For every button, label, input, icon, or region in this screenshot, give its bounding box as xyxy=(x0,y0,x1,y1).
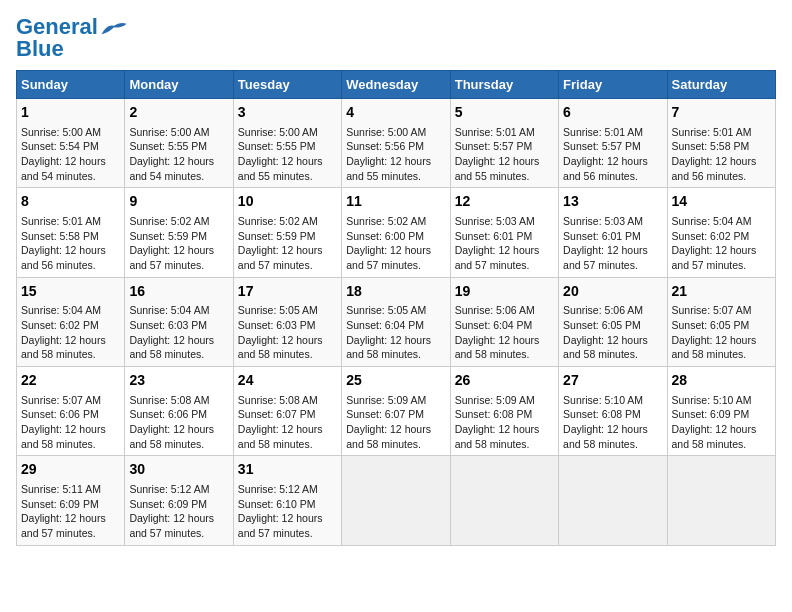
calendar-cell: 25Sunrise: 5:09 AM Sunset: 6:07 PM Dayli… xyxy=(342,367,450,456)
day-number: 2 xyxy=(129,103,228,123)
calendar-cell: 24Sunrise: 5:08 AM Sunset: 6:07 PM Dayli… xyxy=(233,367,341,456)
day-info: Sunrise: 5:00 AM Sunset: 5:54 PM Dayligh… xyxy=(21,125,120,184)
day-number: 10 xyxy=(238,192,337,212)
day-number: 16 xyxy=(129,282,228,302)
day-number: 5 xyxy=(455,103,554,123)
day-number: 20 xyxy=(563,282,662,302)
calendar-cell: 9Sunrise: 5:02 AM Sunset: 5:59 PM Daylig… xyxy=(125,188,233,277)
column-header-friday: Friday xyxy=(559,71,667,99)
calendar-cell: 27Sunrise: 5:10 AM Sunset: 6:08 PM Dayli… xyxy=(559,367,667,456)
day-info: Sunrise: 5:01 AM Sunset: 5:58 PM Dayligh… xyxy=(672,125,771,184)
column-header-tuesday: Tuesday xyxy=(233,71,341,99)
calendar-week-row: 8Sunrise: 5:01 AM Sunset: 5:58 PM Daylig… xyxy=(17,188,776,277)
calendar-cell: 5Sunrise: 5:01 AM Sunset: 5:57 PM Daylig… xyxy=(450,99,558,188)
day-number: 27 xyxy=(563,371,662,391)
day-number: 19 xyxy=(455,282,554,302)
calendar-cell: 10Sunrise: 5:02 AM Sunset: 5:59 PM Dayli… xyxy=(233,188,341,277)
day-info: Sunrise: 5:12 AM Sunset: 6:09 PM Dayligh… xyxy=(129,482,228,541)
day-info: Sunrise: 5:06 AM Sunset: 6:04 PM Dayligh… xyxy=(455,303,554,362)
calendar-cell xyxy=(559,456,667,545)
calendar-cell xyxy=(667,456,775,545)
calendar-cell: 19Sunrise: 5:06 AM Sunset: 6:04 PM Dayli… xyxy=(450,277,558,366)
day-number: 6 xyxy=(563,103,662,123)
column-header-saturday: Saturday xyxy=(667,71,775,99)
logo-text: General Blue xyxy=(16,16,98,60)
day-info: Sunrise: 5:06 AM Sunset: 6:05 PM Dayligh… xyxy=(563,303,662,362)
calendar-cell: 30Sunrise: 5:12 AM Sunset: 6:09 PM Dayli… xyxy=(125,456,233,545)
column-header-sunday: Sunday xyxy=(17,71,125,99)
day-info: Sunrise: 5:12 AM Sunset: 6:10 PM Dayligh… xyxy=(238,482,337,541)
calendar-cell: 7Sunrise: 5:01 AM Sunset: 5:58 PM Daylig… xyxy=(667,99,775,188)
calendar-week-row: 29Sunrise: 5:11 AM Sunset: 6:09 PM Dayli… xyxy=(17,456,776,545)
calendar-cell: 12Sunrise: 5:03 AM Sunset: 6:01 PM Dayli… xyxy=(450,188,558,277)
logo: General Blue xyxy=(16,16,128,60)
calendar-cell: 3Sunrise: 5:00 AM Sunset: 5:55 PM Daylig… xyxy=(233,99,341,188)
calendar-table: SundayMondayTuesdayWednesdayThursdayFrid… xyxy=(16,70,776,546)
column-header-thursday: Thursday xyxy=(450,71,558,99)
calendar-cell: 6Sunrise: 5:01 AM Sunset: 5:57 PM Daylig… xyxy=(559,99,667,188)
day-number: 18 xyxy=(346,282,445,302)
calendar-cell: 11Sunrise: 5:02 AM Sunset: 6:00 PM Dayli… xyxy=(342,188,450,277)
day-number: 17 xyxy=(238,282,337,302)
day-number: 3 xyxy=(238,103,337,123)
day-number: 28 xyxy=(672,371,771,391)
calendar-header-row: SundayMondayTuesdayWednesdayThursdayFrid… xyxy=(17,71,776,99)
day-number: 24 xyxy=(238,371,337,391)
day-number: 11 xyxy=(346,192,445,212)
calendar-body: 1Sunrise: 5:00 AM Sunset: 5:54 PM Daylig… xyxy=(17,99,776,546)
day-info: Sunrise: 5:02 AM Sunset: 5:59 PM Dayligh… xyxy=(238,214,337,273)
day-number: 26 xyxy=(455,371,554,391)
day-info: Sunrise: 5:08 AM Sunset: 6:06 PM Dayligh… xyxy=(129,393,228,452)
day-info: Sunrise: 5:03 AM Sunset: 6:01 PM Dayligh… xyxy=(455,214,554,273)
day-info: Sunrise: 5:00 AM Sunset: 5:56 PM Dayligh… xyxy=(346,125,445,184)
calendar-cell: 22Sunrise: 5:07 AM Sunset: 6:06 PM Dayli… xyxy=(17,367,125,456)
calendar-cell: 13Sunrise: 5:03 AM Sunset: 6:01 PM Dayli… xyxy=(559,188,667,277)
calendar-cell: 16Sunrise: 5:04 AM Sunset: 6:03 PM Dayli… xyxy=(125,277,233,366)
calendar-week-row: 15Sunrise: 5:04 AM Sunset: 6:02 PM Dayli… xyxy=(17,277,776,366)
day-number: 30 xyxy=(129,460,228,480)
day-number: 8 xyxy=(21,192,120,212)
day-info: Sunrise: 5:01 AM Sunset: 5:58 PM Dayligh… xyxy=(21,214,120,273)
calendar-cell xyxy=(450,456,558,545)
logo-bird-icon xyxy=(100,20,128,38)
day-info: Sunrise: 5:02 AM Sunset: 6:00 PM Dayligh… xyxy=(346,214,445,273)
calendar-cell: 8Sunrise: 5:01 AM Sunset: 5:58 PM Daylig… xyxy=(17,188,125,277)
day-number: 15 xyxy=(21,282,120,302)
calendar-cell: 31Sunrise: 5:12 AM Sunset: 6:10 PM Dayli… xyxy=(233,456,341,545)
day-number: 21 xyxy=(672,282,771,302)
calendar-week-row: 22Sunrise: 5:07 AM Sunset: 6:06 PM Dayli… xyxy=(17,367,776,456)
day-info: Sunrise: 5:04 AM Sunset: 6:03 PM Dayligh… xyxy=(129,303,228,362)
calendar-cell: 15Sunrise: 5:04 AM Sunset: 6:02 PM Dayli… xyxy=(17,277,125,366)
day-info: Sunrise: 5:11 AM Sunset: 6:09 PM Dayligh… xyxy=(21,482,120,541)
day-info: Sunrise: 5:09 AM Sunset: 6:08 PM Dayligh… xyxy=(455,393,554,452)
calendar-cell: 20Sunrise: 5:06 AM Sunset: 6:05 PM Dayli… xyxy=(559,277,667,366)
calendar-cell: 26Sunrise: 5:09 AM Sunset: 6:08 PM Dayli… xyxy=(450,367,558,456)
calendar-cell: 21Sunrise: 5:07 AM Sunset: 6:05 PM Dayli… xyxy=(667,277,775,366)
day-number: 4 xyxy=(346,103,445,123)
day-number: 25 xyxy=(346,371,445,391)
calendar-cell: 14Sunrise: 5:04 AM Sunset: 6:02 PM Dayli… xyxy=(667,188,775,277)
day-info: Sunrise: 5:00 AM Sunset: 5:55 PM Dayligh… xyxy=(129,125,228,184)
calendar-cell xyxy=(342,456,450,545)
calendar-cell: 4Sunrise: 5:00 AM Sunset: 5:56 PM Daylig… xyxy=(342,99,450,188)
day-number: 23 xyxy=(129,371,228,391)
calendar-cell: 18Sunrise: 5:05 AM Sunset: 6:04 PM Dayli… xyxy=(342,277,450,366)
day-info: Sunrise: 5:07 AM Sunset: 6:05 PM Dayligh… xyxy=(672,303,771,362)
calendar-cell: 29Sunrise: 5:11 AM Sunset: 6:09 PM Dayli… xyxy=(17,456,125,545)
calendar-cell: 23Sunrise: 5:08 AM Sunset: 6:06 PM Dayli… xyxy=(125,367,233,456)
day-info: Sunrise: 5:01 AM Sunset: 5:57 PM Dayligh… xyxy=(455,125,554,184)
day-info: Sunrise: 5:05 AM Sunset: 6:04 PM Dayligh… xyxy=(346,303,445,362)
day-info: Sunrise: 5:10 AM Sunset: 6:09 PM Dayligh… xyxy=(672,393,771,452)
calendar-cell: 2Sunrise: 5:00 AM Sunset: 5:55 PM Daylig… xyxy=(125,99,233,188)
day-number: 12 xyxy=(455,192,554,212)
day-info: Sunrise: 5:05 AM Sunset: 6:03 PM Dayligh… xyxy=(238,303,337,362)
day-number: 13 xyxy=(563,192,662,212)
day-info: Sunrise: 5:08 AM Sunset: 6:07 PM Dayligh… xyxy=(238,393,337,452)
day-info: Sunrise: 5:09 AM Sunset: 6:07 PM Dayligh… xyxy=(346,393,445,452)
page-header: General Blue xyxy=(16,16,776,60)
day-number: 22 xyxy=(21,371,120,391)
day-info: Sunrise: 5:04 AM Sunset: 6:02 PM Dayligh… xyxy=(21,303,120,362)
calendar-cell: 17Sunrise: 5:05 AM Sunset: 6:03 PM Dayli… xyxy=(233,277,341,366)
day-info: Sunrise: 5:00 AM Sunset: 5:55 PM Dayligh… xyxy=(238,125,337,184)
day-number: 31 xyxy=(238,460,337,480)
